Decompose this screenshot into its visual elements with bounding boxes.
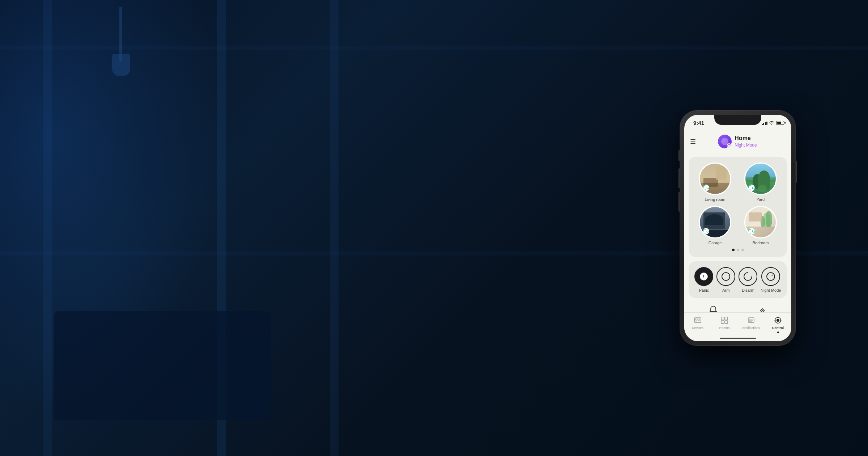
svg-rect-13 [698,319,700,320]
arm-control[interactable]: Arm [716,267,735,292]
table [54,311,271,420]
room-label-garage: Garage [709,241,722,245]
night-mode-label: Night Mode [761,288,781,292]
disarm-label: Disarm [742,288,754,292]
arrow-up-icon [757,305,767,312]
bell-button[interactable] [708,305,718,312]
notifications-nav-icon [746,316,756,325]
room-indicator-yard [748,185,755,191]
arm-icon [716,267,735,286]
svg-point-1 [707,187,709,189]
svg-rect-12 [695,319,697,320]
nav-control[interactable]: Control [765,316,791,333]
room-item-bedroom[interactable]: Bedroom [740,206,781,245]
nav-active-dot [777,332,779,333]
svg-text:!: ! [703,273,705,279]
security-card: ! Panic Arm [689,261,787,298]
devices-nav-icon [693,316,702,325]
panic-label: Panic [699,288,709,292]
room-circle-bedroom [744,206,777,238]
room-item-yard[interactable]: Yard [740,162,781,202]
pagination [694,249,781,251]
avatar [718,135,732,148]
lamp-cord [119,7,122,62]
disarm-control[interactable]: Disarm [739,267,757,292]
volume-up-button [678,168,680,188]
avatar-badge-icon [728,144,731,147]
phone-shell: 9:41 [680,110,796,346]
panic-icon: ! [694,267,713,286]
rooms-grid: Living room [694,162,781,245]
svg-rect-16 [721,321,724,324]
notifications-svg [747,316,755,324]
control-svg [774,316,782,324]
rooms-card: Living room [689,157,787,257]
home-indicator [720,338,756,339]
arm-svg [721,271,731,282]
room-label-living: Living room [705,197,726,202]
room-label-bedroom: Bedroom [753,241,769,245]
bottom-nav: Devices Rooms [684,312,791,341]
night-mode-control[interactable]: Night Mode [761,267,781,292]
nav-notifications[interactable]: Notifications [738,316,765,330]
arm-label: Arm [722,288,729,292]
nav-rooms[interactable]: Rooms [711,316,738,330]
night-mode-svg [766,271,776,282]
signal-icon [762,121,768,125]
nav-rooms-label: Rooms [719,326,730,330]
notch [714,115,761,125]
pagination-dot-2 [741,249,744,251]
status-time: 9:41 [693,120,704,126]
svg-point-7 [722,273,730,280]
room-indicator-garage [703,228,709,235]
phone-screen: 9:41 [684,115,791,341]
svg-rect-17 [725,321,728,324]
panic-svg: ! [699,271,709,282]
phone-device: 9:41 [680,110,796,346]
rooms-svg [720,316,728,324]
battery-icon [776,121,784,125]
home-text: Home Night Mode [735,135,757,148]
panic-control[interactable]: ! Panic [694,267,713,292]
svg-point-4 [752,230,754,232]
svg-point-2 [752,187,754,189]
status-icons [762,121,784,125]
rooms-nav-icon [720,316,729,325]
disarm-svg [743,271,753,282]
main-content: Living room [684,152,791,312]
night-mode-icon [761,267,780,286]
svg-rect-15 [725,317,728,320]
room-item-living[interactable]: Living room [694,162,736,202]
arrow-up-button[interactable] [757,305,767,312]
app-header: ☰ Home Night Mode [684,131,791,152]
power-button [796,161,797,183]
home-info: Home Night Mode [689,135,786,148]
room-circle-living [699,162,731,195]
devices-svg [694,316,702,324]
nav-devices[interactable]: Devices [684,316,711,330]
indicator-icon-bedroom [752,229,755,234]
room-indicator-living [703,185,709,191]
svg-point-8 [744,273,752,280]
silent-switch [678,150,680,161]
avatar-badge [727,143,732,148]
svg-point-22 [776,319,779,322]
nav-notifications-label: Notifications [742,326,760,330]
room-circle-garage [699,206,731,238]
room-item-garage[interactable]: Garage [694,206,736,245]
svg-point-9 [767,273,775,280]
wifi-icon [769,121,774,125]
room-circle-yard [744,162,777,195]
indicator-icon-yard [752,185,755,190]
volume-down-button [678,192,680,212]
pagination-dot-1 [737,249,739,251]
control-nav-icon [773,316,783,325]
home-mode: Night Mode [735,143,757,148]
indicator-icon-garage [706,229,709,234]
bell-icon [708,305,718,312]
disarm-icon [739,267,757,286]
nav-devices-label: Devices [692,326,703,330]
svg-point-10 [772,275,773,276]
svg-rect-14 [721,317,724,320]
security-controls: ! Panic Arm [693,267,783,292]
